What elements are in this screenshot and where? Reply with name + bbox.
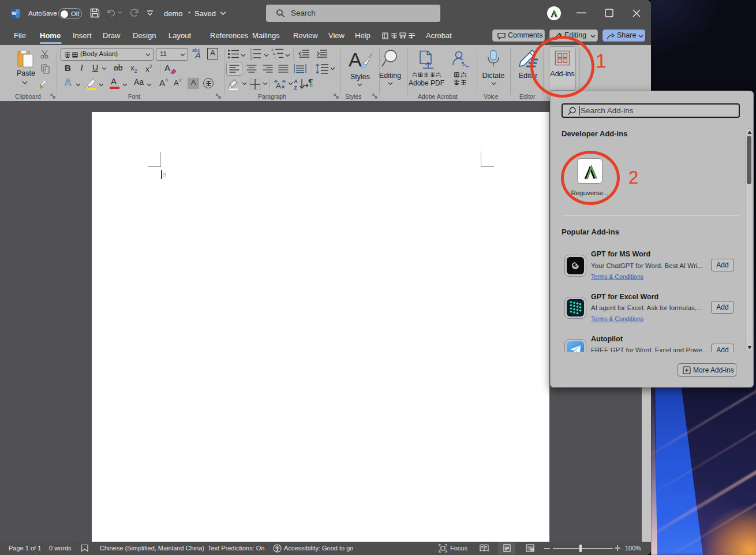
svg-text:1: 1 <box>271 48 274 51</box>
svg-text:A: A <box>276 81 281 90</box>
svg-text:2: 2 <box>250 52 252 56</box>
svg-text:3: 3 <box>250 56 252 60</box>
svg-text:a: a <box>273 52 275 55</box>
svg-text:A: A <box>294 78 298 84</box>
svg-text:i: i <box>275 56 275 59</box>
svg-text:Z: Z <box>294 84 297 91</box>
